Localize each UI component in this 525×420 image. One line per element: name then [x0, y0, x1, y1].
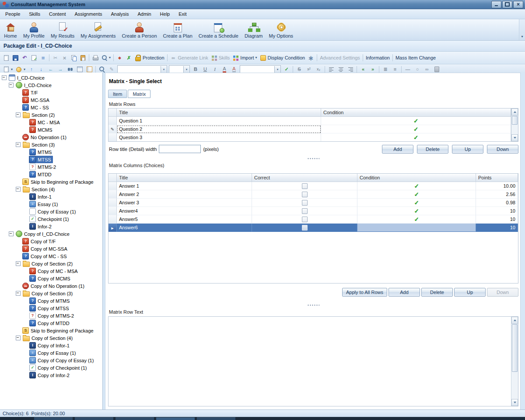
edit-toolbar-anchor-icon[interactable]	[115, 54, 124, 62]
edit-toolbar-advanced-settings[interactable]: Advanced Settings	[318, 54, 361, 61]
menu-content[interactable]: Content	[45, 10, 70, 18]
menu-exit[interactable]: Exit	[174, 10, 191, 18]
tree-item-copy-of-section-4[interactable]: Copy of Section (4)	[0, 334, 102, 342]
scroll-thumb[interactable]	[512, 116, 518, 125]
choice-points-cell[interactable]: 2.56	[476, 190, 518, 199]
edit-toolbar-copy-icon[interactable]	[69, 54, 78, 62]
row-selector[interactable]	[108, 117, 117, 125]
menu-skills[interactable]: Skills	[24, 10, 45, 18]
tree-item-mtms-2[interactable]: MTMS-2	[0, 163, 102, 171]
toolbar-diagram[interactable]: Diagram	[242, 21, 266, 39]
cols-up-button[interactable]: Up	[454, 288, 486, 297]
tree-item-infor-2[interactable]: Infor-2	[0, 223, 102, 230]
tree-item-copy-of-i-cd-choice[interactable]: Copy of I_CD-Choice	[0, 230, 102, 238]
mcol-answer6[interactable]: Answer610	[108, 224, 518, 232]
menu-admin[interactable]: Admin	[133, 10, 155, 18]
apply-to-all-rows-button[interactable]: Apply to All Rows	[342, 288, 387, 297]
choice-title-cell[interactable]: Answer 3	[117, 199, 252, 207]
rows-add-button[interactable]: Add	[382, 145, 413, 154]
row-title-cell[interactable]: Question 2	[117, 125, 321, 133]
choice-condition-cell[interactable]	[357, 190, 476, 199]
choice-correct-cell[interactable]	[252, 215, 357, 224]
tree-item-i-cd-choice[interactable]: I_CD-Choice	[0, 74, 102, 81]
choice-condition-cell[interactable]	[357, 199, 476, 207]
edit-toolbar-display-condition[interactable]: Display Condition	[259, 54, 307, 62]
tree-item-mtdd[interactable]: MTDD	[0, 171, 102, 178]
rows-delete-button[interactable]: Delete	[417, 145, 448, 154]
mcol-answer-1[interactable]: Answer 110.00	[108, 182, 518, 190]
correct-checkbox[interactable]	[302, 225, 308, 231]
mrow-question-2[interactable]: Question 2	[108, 125, 511, 133]
edit-toolbar-new-item-icon[interactable]	[2, 54, 11, 62]
mrow-question-1[interactable]: Question 1	[108, 117, 511, 125]
scroll-up-button[interactable]	[511, 317, 518, 324]
tree-item-skip-to-beginning-of-package[interactable]: Skip to Beginning of Package	[0, 178, 102, 186]
scroll-track[interactable]	[511, 116, 518, 134]
row-title-width-input[interactable]	[159, 145, 201, 153]
choice-correct-cell[interactable]	[252, 224, 357, 232]
choice-points-cell[interactable]: 10	[476, 207, 518, 215]
edit-toolbar-paste-icon[interactable]	[78, 54, 88, 62]
column-header-condition[interactable]: Condition	[321, 108, 511, 117]
row-condition-cell[interactable]	[321, 125, 511, 133]
collapse-icon[interactable]	[16, 187, 21, 192]
row-selector[interactable]	[108, 215, 117, 224]
tree-item-checkpoint-1[interactable]: Checkpoint (1)	[0, 215, 102, 223]
tree-item-essay-1[interactable]: Essay (1)	[0, 200, 102, 208]
row-condition-cell[interactable]	[321, 117, 511, 125]
tree-item-copy-of-mc-ssa[interactable]: Copy of MC-SSA	[0, 245, 102, 252]
choice-correct-cell[interactable]	[252, 190, 357, 199]
choice-title-cell[interactable]: Answer5	[117, 215, 252, 224]
scroll-thumb[interactable]	[512, 324, 518, 372]
correct-checkbox[interactable]	[302, 183, 308, 189]
tree-item-mc-ssa[interactable]: MC-SSA	[0, 96, 102, 104]
taskbar-button[interactable]	[34, 417, 73, 420]
scroll-up-button[interactable]	[511, 108, 518, 116]
choice-title-cell[interactable]: Answer4	[117, 207, 252, 215]
cols-add-button[interactable]: Add	[388, 288, 420, 297]
column-header-title[interactable]: Title	[117, 174, 252, 182]
taskbar-button[interactable]	[197, 417, 235, 420]
collapse-icon[interactable]	[16, 261, 21, 266]
choice-title-cell[interactable]: Answer 1	[117, 182, 252, 190]
toolbar-my-results[interactable]: My Results	[48, 21, 77, 39]
minimize-button[interactable]	[491, 1, 501, 8]
scroll-down-button[interactable]	[511, 134, 518, 141]
row-selector[interactable]	[108, 125, 117, 133]
choice-correct-cell[interactable]	[252, 207, 357, 215]
edit-toolbar-save-icon[interactable]	[11, 54, 20, 62]
edit-toolbar-undo-icon[interactable]	[20, 54, 29, 62]
choice-condition-cell[interactable]	[357, 207, 476, 215]
mcol-answer5[interactable]: Answer510	[108, 215, 518, 224]
column-header-title[interactable]: Title	[117, 108, 321, 117]
row-selector[interactable]	[108, 190, 117, 199]
edit-toolbar-zoom-icon[interactable]	[100, 53, 112, 62]
row-selector[interactable]	[108, 224, 117, 232]
edit-toolbar-generate-link[interactable]: Generate Link	[169, 54, 210, 62]
tab-matrix[interactable]: Matrix	[128, 90, 150, 98]
collapse-icon[interactable]	[16, 112, 21, 117]
taskbar-button[interactable]	[156, 417, 195, 420]
menu-help[interactable]: Help	[156, 10, 175, 18]
choice-correct-cell[interactable]	[252, 199, 357, 207]
edit-toolbar-protection[interactable]: Protection	[133, 54, 166, 62]
correct-checkbox[interactable]	[302, 217, 308, 222]
mrow-question-3[interactable]: Question 3	[108, 133, 511, 141]
row-selector[interactable]	[108, 133, 117, 141]
edit-toolbar-list-icon[interactable]	[38, 54, 48, 62]
mcol-answer4[interactable]: Answer410	[108, 207, 518, 215]
scroll-track[interactable]	[511, 324, 518, 399]
choice-condition-cell[interactable]	[357, 215, 476, 224]
tree-item-copy-of-mtdd[interactable]: Copy of MTDD	[0, 319, 102, 327]
mcol-answer-2[interactable]: Answer 22.56	[108, 190, 518, 199]
choice-condition-cell[interactable]	[357, 182, 476, 190]
tree-item-copy-of-mcms[interactable]: Copy of MCMS	[0, 275, 102, 282]
tree-item-copy-of-mc-msa[interactable]: Copy of MC - MSA	[0, 267, 102, 275]
tree-item-section-4[interactable]: Section (4)	[0, 186, 102, 193]
toolbar-home[interactable]: Home	[1, 21, 20, 39]
tree-item-mc-msa[interactable]: MC - MSA	[0, 119, 102, 126]
tree-item-copy-of-infor-2[interactable]: Copy of Infor-2	[0, 371, 102, 379]
mcol-answer-3[interactable]: Answer 30.98	[108, 199, 518, 207]
edit-toolbar-compress-icon[interactable]	[306, 54, 315, 62]
choice-points-cell[interactable]: 0.98	[476, 199, 518, 207]
